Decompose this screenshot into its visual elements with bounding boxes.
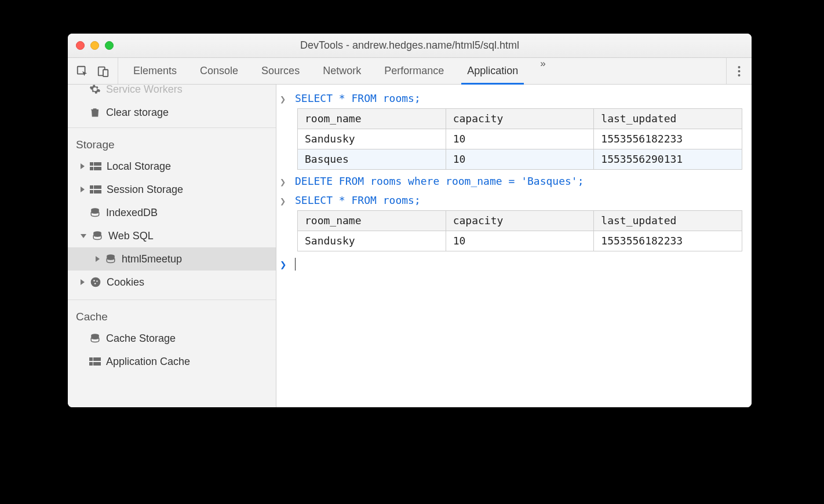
sql-statement: SELECT * FROM rooms; [295, 193, 421, 208]
column-header[interactable]: last_updated [594, 211, 742, 231]
result-table-wrap: room_namecapacitylast_updatedSandusky101… [280, 108, 746, 172]
result-table: room_namecapacitylast_updatedSandusky101… [297, 108, 742, 170]
grid-icon [89, 355, 101, 368]
tab-application[interactable]: Application [455, 58, 530, 84]
svg-rect-22 [89, 357, 93, 361]
sql-prompt[interactable]: ❯ [280, 254, 746, 272]
svg-point-20 [94, 283, 96, 284]
table-cell: Sandusky [298, 231, 446, 251]
window-traffic-lights [76, 41, 114, 50]
svg-point-4 [738, 70, 741, 72]
database-icon [91, 229, 104, 242]
svg-rect-8 [90, 167, 93, 170]
svg-rect-9 [94, 167, 101, 170]
sidebar-item-session-storage[interactable]: Session Storage [68, 178, 276, 201]
svg-rect-12 [90, 190, 93, 193]
sidebar-item-web-sql-db[interactable]: html5meetup [68, 247, 276, 271]
table-cell: 10 [446, 149, 594, 170]
table-cell: 1553556290131 [594, 149, 742, 170]
column-header[interactable]: last_updated [594, 109, 742, 129]
svg-rect-7 [94, 162, 101, 166]
grid-icon [89, 160, 102, 173]
sidebar-item-local-storage[interactable]: Local Storage [68, 155, 276, 178]
result-table-wrap: room_namecapacitylast_updatedSandusky101… [280, 210, 746, 254]
sidebar-item-indexeddb[interactable]: IndexedDB [68, 201, 276, 224]
svg-rect-6 [90, 162, 93, 166]
application-sidebar: Service Workers Clear storage Storage Lo… [68, 85, 276, 407]
sql-console[interactable]: ❯SELECT * FROM rooms;room_namecapacityla… [276, 85, 752, 407]
grid-icon [89, 183, 102, 196]
kebab-menu-button[interactable] [726, 58, 752, 84]
table-cell: 1553556182233 [594, 129, 742, 149]
column-header[interactable]: capacity [446, 109, 594, 129]
table-row[interactable]: Sandusky101553556182233 [298, 231, 742, 251]
sql-entry: ❯SELECT * FROM rooms; [280, 89, 746, 108]
svg-rect-23 [93, 357, 101, 361]
sidebar-item-label: IndexedDB [106, 207, 158, 219]
close-window-button[interactable] [76, 41, 85, 50]
svg-point-3 [738, 66, 741, 68]
sidebar-item-label: Clear storage [106, 107, 169, 119]
sql-statement: DELETE FROM rooms where room_name = 'Bas… [295, 174, 584, 189]
table-row[interactable]: Sandusky101553556182233 [298, 129, 742, 149]
sidebar-item-cache-storage[interactable]: Cache Storage [68, 327, 276, 350]
sidebar-item-label: Session Storage [107, 184, 183, 196]
svg-rect-24 [89, 362, 93, 366]
devtools-window: DevTools - andrew.hedges.name/html5/sql.… [68, 34, 752, 407]
svg-point-18 [93, 280, 95, 282]
sidebar-item-application-cache[interactable]: Application Cache [68, 350, 276, 373]
table-cell: 10 [446, 231, 594, 251]
sidebar-item-service-workers[interactable]: Service Workers [68, 85, 276, 101]
chevron-right-icon [81, 163, 85, 169]
sidebar-item-label: Cookies [107, 276, 144, 288]
window-titlebar: DevTools - andrew.hedges.name/html5/sql.… [68, 34, 752, 58]
database-icon [104, 253, 117, 265]
tab-sources[interactable]: Sources [250, 58, 311, 84]
column-header[interactable]: room_name [298, 109, 446, 129]
sql-statement: SELECT * FROM rooms; [295, 91, 421, 106]
sidebar-item-label: Web SQL [108, 230, 154, 242]
svg-rect-10 [90, 185, 93, 189]
tab-network[interactable]: Network [311, 58, 373, 84]
sidebar-section-storage: Storage [68, 128, 276, 155]
devtools-tabbar: Elements Console Sources Network Perform… [68, 58, 752, 85]
table-cell: 1553556182233 [594, 231, 742, 251]
chevron-down-icon [81, 234, 86, 238]
table-cell: Sandusky [298, 129, 446, 149]
table-row[interactable]: Basques101553556290131 [298, 149, 742, 170]
sidebar-item-cookies[interactable]: Cookies [68, 271, 276, 294]
minimize-window-button[interactable] [90, 41, 99, 50]
svg-rect-13 [94, 190, 101, 193]
sidebar-item-clear-storage[interactable]: Clear storage [68, 101, 276, 124]
toolbar-left [68, 58, 118, 84]
sidebar-item-label: Service Workers [106, 85, 183, 96]
tab-elements[interactable]: Elements [122, 58, 188, 84]
panel-body: Service Workers Clear storage Storage Lo… [68, 85, 752, 407]
panel-tabs: Elements Console Sources Network Perform… [118, 58, 726, 84]
svg-rect-2 [103, 70, 108, 76]
sql-entry: ❯DELETE FROM rooms where room_name = 'Ba… [280, 172, 746, 191]
tabs-overflow-button[interactable]: » [530, 58, 556, 84]
chevron-right-icon [81, 279, 85, 285]
tab-performance[interactable]: Performance [373, 58, 455, 84]
svg-point-5 [738, 74, 741, 76]
device-toolbar-icon[interactable] [97, 65, 110, 78]
text-cursor [295, 258, 296, 271]
tab-console[interactable]: Console [188, 58, 250, 84]
sql-entry: ❯SELECT * FROM rooms; [280, 191, 746, 210]
inspect-element-icon[interactable] [76, 65, 89, 78]
sidebar-item-label: Application Cache [106, 356, 190, 368]
sidebar-item-label: html5meetup [122, 253, 182, 265]
prompt-caret-icon: ❯ [280, 193, 288, 209]
svg-rect-25 [93, 362, 101, 366]
column-header[interactable]: room_name [298, 211, 446, 231]
cookie-icon [89, 276, 102, 288]
prompt-caret-icon: ❯ [280, 174, 288, 189]
column-header[interactable]: capacity [446, 211, 594, 231]
prompt-caret-icon: ❯ [280, 256, 288, 272]
sidebar-item-label: Local Storage [107, 160, 171, 173]
sidebar-item-web-sql[interactable]: Web SQL [68, 224, 276, 247]
zoom-window-button[interactable] [105, 41, 114, 50]
sidebar-item-label: Cache Storage [106, 333, 176, 345]
svg-point-17 [91, 277, 101, 287]
